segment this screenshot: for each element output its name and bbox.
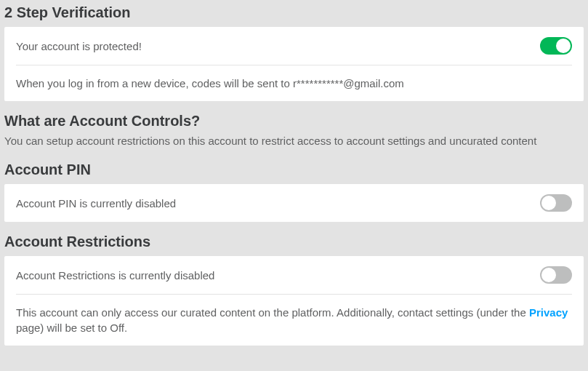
account-controls-desc: You can setup account restrictions on th… <box>0 134 588 157</box>
account-controls-heading: What are Account Controls? <box>0 108 588 134</box>
account-pin-card: Account PIN is currently disabled <box>4 184 584 222</box>
two-step-status-text: Your account is protected! <box>16 39 142 54</box>
account-restrictions-status-row: Account Restrictions is currently disabl… <box>4 256 584 294</box>
privacy-link[interactable]: Privacy <box>529 306 568 319</box>
two-step-desc: When you log in from a new device, codes… <box>16 76 404 91</box>
account-restrictions-desc-suffix: page) will be set to Off. <box>16 322 127 334</box>
two-step-heading: 2 Step Verification <box>0 0 588 25</box>
account-restrictions-toggle[interactable] <box>540 266 572 284</box>
two-step-toggle[interactable] <box>540 37 572 55</box>
account-pin-status-text: Account PIN is currently disabled <box>16 196 176 211</box>
toggle-knob <box>556 39 571 53</box>
account-pin-heading: Account PIN <box>0 157 588 183</box>
account-restrictions-heading: Account Restrictions <box>0 229 588 255</box>
two-step-status-row: Your account is protected! <box>4 27 584 65</box>
account-restrictions-status-text: Account Restrictions is currently disabl… <box>16 268 214 283</box>
toggle-knob <box>541 196 556 210</box>
toggle-knob <box>541 268 556 282</box>
account-restrictions-desc-prefix: This account can only access our curated… <box>16 306 529 319</box>
two-step-card: Your account is protected! When you log … <box>4 27 584 101</box>
account-restrictions-card: Account Restrictions is currently disabl… <box>4 256 584 346</box>
account-pin-toggle[interactable] <box>540 194 572 212</box>
account-restrictions-desc-row: This account can only access our curated… <box>4 295 584 346</box>
account-pin-status-row: Account PIN is currently disabled <box>4 184 584 222</box>
two-step-desc-prefix: When you log in from a new device, codes… <box>16 77 293 89</box>
account-restrictions-desc: This account can only access our curated… <box>16 305 572 335</box>
two-step-desc-row: When you log in from a new device, codes… <box>4 65 584 101</box>
two-step-email: r***********@gmail.com <box>293 77 404 89</box>
